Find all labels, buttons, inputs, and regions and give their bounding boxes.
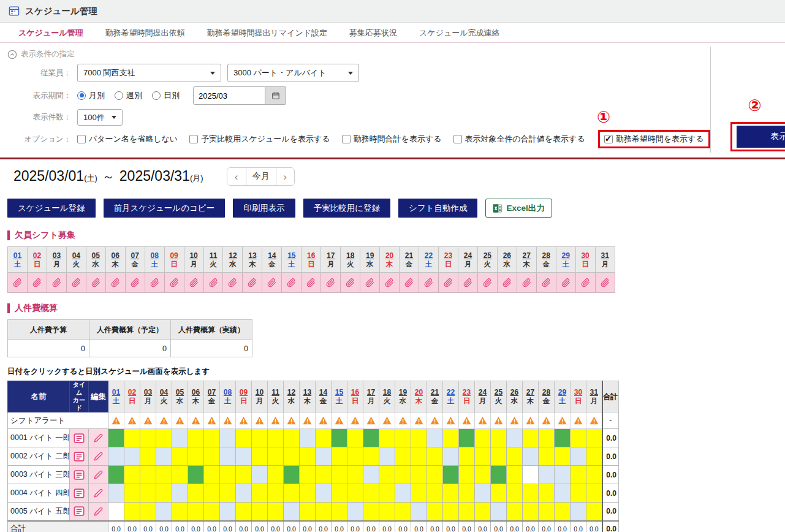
recruit-clip-01[interactable] bbox=[8, 273, 28, 293]
shift-cell-18[interactable] bbox=[379, 429, 395, 447]
shift-cell-13[interactable] bbox=[300, 466, 316, 484]
date-link-13[interactable]: 13 bbox=[243, 251, 262, 260]
shift-cell-26[interactable] bbox=[507, 503, 523, 521]
date-link-14[interactable]: 14 bbox=[316, 387, 331, 397]
shift-cell-22[interactable] bbox=[443, 466, 459, 484]
shift-cell-31[interactable] bbox=[586, 503, 602, 521]
period-radio-input-2[interactable] bbox=[115, 91, 123, 100]
shift-cell-12[interactable] bbox=[284, 503, 300, 521]
recruit-clip-13[interactable] bbox=[243, 273, 262, 293]
period-radio-1[interactable]: 月別 bbox=[77, 90, 105, 101]
shift-cell-17[interactable] bbox=[363, 503, 379, 521]
option-checkbox-input-4[interactable] bbox=[453, 135, 462, 143]
shift-cell-20[interactable] bbox=[411, 484, 427, 503]
date-link-20[interactable]: 20 bbox=[411, 387, 427, 397]
shift-cell-22[interactable] bbox=[443, 484, 459, 503]
date-link-25[interactable]: 25 bbox=[491, 387, 506, 397]
shift-cell-27[interactable] bbox=[523, 466, 539, 484]
date-link-02[interactable]: 02 bbox=[124, 387, 140, 397]
shift-cell-31[interactable] bbox=[586, 447, 602, 466]
shift-cell-08[interactable] bbox=[220, 429, 236, 447]
timecard-icon[interactable] bbox=[70, 429, 89, 447]
date-link-28[interactable]: 28 bbox=[537, 251, 556, 260]
tab-4[interactable]: 募集応募状況 bbox=[338, 23, 408, 43]
shift-cell-30[interactable] bbox=[571, 447, 586, 466]
date-link-15[interactable]: 15 bbox=[332, 387, 347, 397]
shift-cell-11[interactable] bbox=[268, 503, 284, 521]
shift-cell-03[interactable] bbox=[140, 447, 156, 466]
date-link-29[interactable]: 29 bbox=[555, 387, 570, 397]
shift-cell-04[interactable] bbox=[156, 429, 172, 447]
period-radio-input-1[interactable] bbox=[77, 91, 86, 100]
date-link-17[interactable]: 17 bbox=[321, 251, 340, 260]
shift-cell-27[interactable] bbox=[523, 429, 539, 447]
date-link-17[interactable]: 17 bbox=[363, 387, 379, 397]
date-link-02[interactable]: 02 bbox=[28, 251, 47, 260]
recruit-clip-18[interactable] bbox=[341, 273, 360, 293]
employee-select-branch[interactable]: 7000 関西支社 bbox=[77, 64, 221, 82]
shift-cell-25[interactable] bbox=[491, 447, 507, 466]
shift-cell-12[interactable] bbox=[284, 466, 300, 484]
shift-cell-01[interactable] bbox=[108, 484, 124, 503]
shift-cell-21[interactable] bbox=[427, 466, 443, 484]
shift-cell-17[interactable] bbox=[363, 429, 379, 447]
count-select[interactable]: 100件 bbox=[77, 109, 123, 126]
shift-cell-30[interactable] bbox=[571, 466, 586, 484]
date-link-27[interactable]: 27 bbox=[523, 387, 538, 397]
shift-cell-13[interactable] bbox=[300, 429, 316, 447]
recruit-clip-17[interactable] bbox=[321, 273, 341, 293]
recruit-clip-27[interactable] bbox=[517, 273, 536, 293]
shift-cell-26[interactable] bbox=[507, 429, 523, 447]
shift-cell-03[interactable] bbox=[140, 429, 156, 447]
shift-cell-13[interactable] bbox=[300, 503, 316, 521]
shift-cell-08[interactable] bbox=[220, 447, 236, 466]
date-link-11[interactable]: 11 bbox=[268, 387, 283, 397]
shift-cell-18[interactable] bbox=[379, 503, 395, 521]
shift-cell-02[interactable] bbox=[124, 466, 140, 484]
period-radio-2[interactable]: 週別 bbox=[115, 90, 142, 101]
tab-5[interactable]: スケジュール完成連絡 bbox=[408, 23, 511, 43]
shift-cell-08[interactable] bbox=[220, 466, 236, 484]
recruit-clip-20[interactable] bbox=[380, 273, 400, 293]
shift-cell-11[interactable] bbox=[268, 447, 284, 466]
recruit-clip-04[interactable] bbox=[66, 273, 86, 293]
current-month-button[interactable]: 今月 bbox=[246, 168, 276, 185]
date-link-22[interactable]: 22 bbox=[419, 251, 438, 260]
shift-cell-30[interactable] bbox=[571, 429, 586, 447]
shift-cell-06[interactable] bbox=[188, 466, 204, 484]
shift-cell-20[interactable] bbox=[411, 466, 427, 484]
shift-cell-21[interactable] bbox=[427, 503, 443, 521]
shift-cell-18[interactable] bbox=[379, 466, 395, 484]
shift-cell-16[interactable] bbox=[347, 484, 363, 503]
shift-cell-07[interactable] bbox=[204, 447, 220, 466]
shift-cell-29[interactable] bbox=[555, 503, 571, 521]
shift-cell-05[interactable] bbox=[172, 484, 188, 503]
option-checkbox-input-1[interactable] bbox=[77, 135, 86, 143]
timecard-icon[interactable] bbox=[70, 484, 89, 503]
date-link-19[interactable]: 19 bbox=[360, 251, 379, 260]
shift-cell-03[interactable] bbox=[140, 466, 156, 484]
shift-cell-18[interactable] bbox=[379, 447, 395, 466]
date-link-21[interactable]: 21 bbox=[427, 387, 442, 397]
date-link-21[interactable]: 21 bbox=[400, 251, 419, 260]
date-link-24[interactable]: 24 bbox=[475, 387, 490, 397]
recruit-clip-07[interactable] bbox=[125, 273, 145, 293]
shift-cell-05[interactable] bbox=[172, 429, 188, 447]
timecard-icon[interactable] bbox=[70, 503, 89, 521]
shift-cell-09[interactable] bbox=[236, 466, 252, 484]
date-link-29[interactable]: 29 bbox=[556, 251, 575, 260]
shift-cell-11[interactable] bbox=[268, 484, 284, 503]
shift-cell-29[interactable] bbox=[555, 429, 571, 447]
shift-cell-16[interactable] bbox=[347, 447, 363, 466]
date-link-12[interactable]: 12 bbox=[223, 251, 242, 260]
shift-cell-16[interactable] bbox=[347, 429, 363, 447]
shift-cell-02[interactable] bbox=[124, 447, 140, 466]
edit-icon[interactable] bbox=[89, 429, 108, 447]
recruit-clip-12[interactable] bbox=[223, 273, 243, 293]
recruit-clip-08[interactable] bbox=[145, 273, 164, 293]
date-link-07[interactable]: 07 bbox=[204, 387, 219, 397]
date-link-12[interactable]: 12 bbox=[284, 387, 299, 397]
recruit-clip-15[interactable] bbox=[282, 273, 301, 293]
shift-cell-12[interactable] bbox=[284, 447, 300, 466]
shift-cell-26[interactable] bbox=[507, 447, 523, 466]
